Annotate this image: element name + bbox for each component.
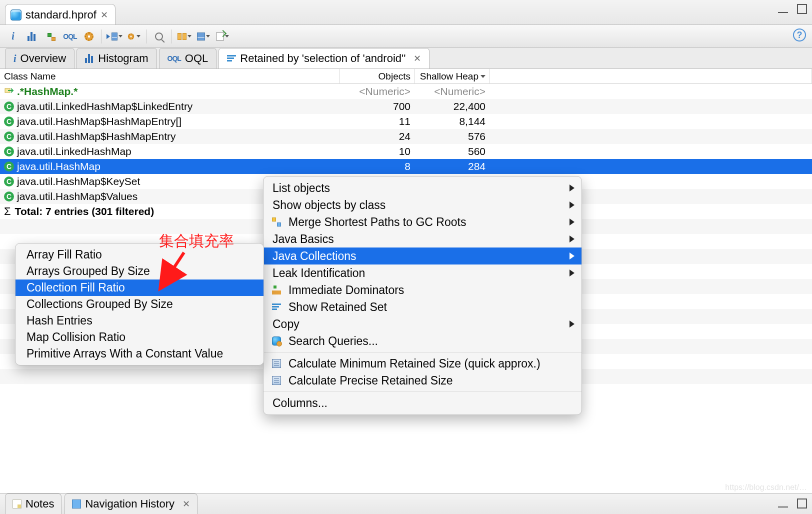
tab-notes[interactable]: Notes (5, 494, 62, 514)
java-collections-submenu: Array Fill Ratio Arrays Grouped By Size … (15, 243, 264, 366)
group-icon (178, 33, 186, 40)
gear-icon (84, 32, 94, 41)
calculator-icon (270, 359, 282, 368)
table-row[interactable]: Cjava.util.LinkedHashMap10560 (0, 144, 812, 159)
group-button[interactable] (176, 28, 192, 44)
submenu-arrow-icon (570, 320, 574, 328)
class-icon: C (4, 116, 14, 126)
histogram-button[interactable] (24, 28, 40, 44)
database-icon (10, 10, 22, 20)
grid-icon (112, 32, 118, 40)
submenu-primitive-arrays-constant[interactable]: Primitive Arrays With a Constant Value (16, 346, 264, 362)
total-text: Total: 7 entries (301 filtered) (15, 206, 154, 218)
menu-label: Columns... (272, 396, 328, 410)
help-button[interactable]: ? (793, 28, 806, 42)
chevron-down-icon (118, 35, 122, 38)
col-class-name[interactable]: Class Name (0, 69, 340, 84)
table-row[interactable]: Cjava.util.LinkedHashMap$LinkedEntry7002… (0, 99, 812, 114)
tab-histogram[interactable]: Histogram (76, 48, 156, 68)
menu-copy[interactable]: Copy (264, 316, 582, 332)
tab-label: Histogram (98, 52, 148, 65)
oql-button[interactable]: OQL (62, 28, 78, 44)
filter-text: <Numeric> (359, 86, 410, 98)
menu-leak-identification[interactable]: Leak Identification (264, 264, 582, 282)
menu-merge-paths[interactable]: Merge Shortest Paths to GC Roots (264, 214, 582, 230)
tree-button[interactable] (43, 28, 59, 44)
table-row[interactable]: Cjava.util.HashMap$HashMapEntry24576 (0, 129, 812, 144)
chevron-down-icon (136, 35, 140, 38)
submenu-map-collision-ratio[interactable]: Map Collision Ratio (16, 329, 264, 346)
submenu-label: Arrays Grouped By Size (26, 264, 150, 278)
info-icon (14, 53, 16, 64)
cell-heap: 22,400 (454, 100, 486, 112)
close-icon[interactable]: ✕ (182, 498, 190, 510)
tab-label: Retained by 'selection of 'android'' (240, 52, 406, 65)
minimize-icon[interactable] (778, 502, 788, 508)
submenu-arrow-icon (570, 184, 574, 192)
calculate-button[interactable] (196, 28, 212, 44)
menu-show-retained-set[interactable]: Show Retained Set (264, 298, 582, 316)
tab-label: Overview (20, 52, 66, 65)
submenu-arrays-grouped-by-size[interactable]: Arrays Grouped By Size (16, 263, 264, 280)
filter-text: .*HashMap.* (17, 86, 78, 98)
menu-label: Calculate Minimum Retained Size (quick a… (288, 357, 540, 370)
nav-history-icon (72, 500, 81, 508)
tab-navigation-history[interactable]: Navigation History✕ (64, 494, 198, 514)
tab-overview[interactable]: Overview (5, 48, 74, 68)
menu-java-collections[interactable]: Java Collections (264, 248, 582, 264)
submenu-collections-grouped-by-size[interactable]: Collections Grouped By Size (16, 296, 264, 312)
col-objects[interactable]: Objects (340, 69, 415, 84)
cell-heap: 8,144 (459, 116, 486, 128)
export-button[interactable] (214, 28, 230, 44)
file-tab-title: standard.hprof (26, 8, 96, 22)
search-db-icon (270, 336, 282, 346)
find-button[interactable] (151, 28, 167, 44)
run-query-button[interactable] (106, 28, 122, 44)
menu-search-queries[interactable]: Search Queries... (264, 332, 582, 350)
cell-name: java.util.HashMap$HashMapEntry[] (17, 116, 182, 128)
tab-oql[interactable]: OQLOQL (159, 48, 217, 68)
table-row[interactable]: Cjava.util.HashMap$HashMapEntry[]118,144 (0, 114, 812, 129)
menu-label: Show Retained Set (288, 300, 387, 314)
submenu-hash-entries[interactable]: Hash Entries (16, 312, 264, 329)
menu-show-objects-by-class[interactable]: Show objects by class (264, 196, 582, 214)
submenu-label: Map Collision Ratio (26, 330, 126, 344)
menu-columns[interactable]: Columns... (264, 394, 582, 412)
maximize-icon[interactable] (797, 498, 807, 508)
info-icon (12, 30, 14, 42)
query-browser-button[interactable] (126, 28, 142, 44)
cell-objects: 10 (399, 146, 410, 158)
menu-immediate-dominators[interactable]: Immediate Dominators (264, 282, 582, 298)
maximize-icon[interactable] (797, 4, 807, 14)
retained-icon (270, 304, 282, 310)
watermark: https://blog.csdn.net/… (725, 483, 807, 492)
table-row-selected[interactable]: Cjava.util.HashMap8284 (0, 159, 812, 174)
bottom-view-bar: Notes Navigation History✕ (0, 493, 812, 514)
file-tab[interactable]: standard.hprof ✕ (5, 4, 116, 24)
close-icon[interactable]: ✕ (414, 53, 421, 64)
menu-calc-min-retained[interactable]: Calculate Minimum Retained Size (quick a… (264, 355, 582, 372)
info-button[interactable] (5, 28, 21, 44)
oql-icon: OQL (63, 32, 76, 40)
tab-retained[interactable]: Retained by 'selection of 'android''✕ (218, 48, 430, 68)
filter-row[interactable]: .*HashMap.* <Numeric> <Numeric> (0, 84, 812, 99)
settings-button[interactable] (81, 28, 97, 44)
class-icon: C (4, 132, 14, 142)
window-controls (778, 498, 807, 508)
oql-icon: OQL (168, 54, 181, 62)
merge-icon (270, 218, 282, 226)
submenu-label: Hash Entries (26, 314, 92, 328)
menu-calc-precise-retained[interactable]: Calculate Precise Retained Size (264, 372, 582, 389)
menu-java-basics[interactable]: Java Basics (264, 230, 582, 248)
class-icon: C (4, 102, 14, 112)
cell-name: java.util.LinkedHashMap$LinkedEntry (17, 100, 192, 112)
submenu-collection-fill-ratio[interactable]: Collection Fill Ratio (16, 280, 264, 296)
cell-objects: 700 (393, 100, 410, 112)
col-shallow-heap[interactable]: Shallow Heap (415, 69, 490, 84)
close-icon[interactable]: ✕ (100, 10, 108, 20)
menu-label: Immediate Dominators (288, 284, 404, 297)
menu-list-objects[interactable]: List objects (264, 180, 582, 196)
menu-label: Leak Identification (272, 266, 365, 280)
minimize-icon[interactable] (778, 8, 788, 13)
filter-text: <Numeric> (434, 86, 486, 98)
